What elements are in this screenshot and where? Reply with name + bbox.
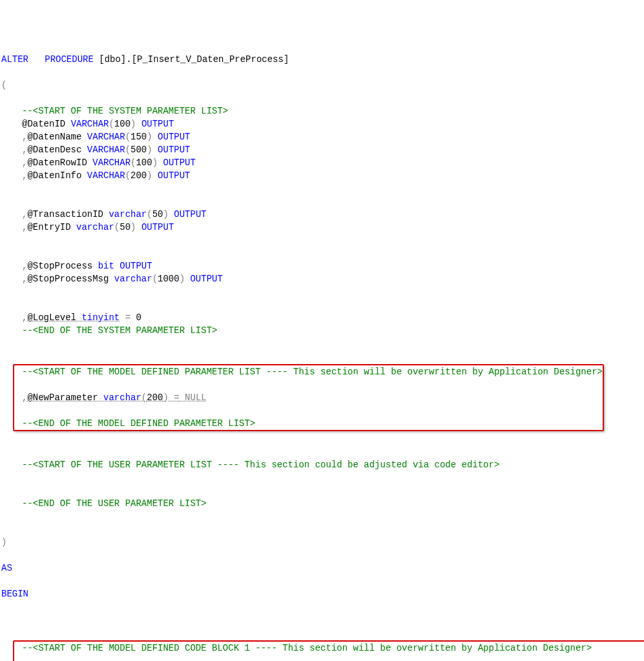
- param-name: @NewParameter: [27, 392, 103, 403]
- open-paren: (: [1, 80, 6, 90]
- blank-line: [1, 337, 644, 350]
- num: 100: [114, 119, 130, 129]
- code-line: --<START OF THE SYSTEM PARAMETER LIST>: [1, 105, 228, 117]
- code-line: ,@LogLevel tinyint = 0: [1, 311, 141, 324]
- keyword-procedure: PROCEDURE: [45, 54, 94, 65]
- comment: --<END OF THE SYSTEM PARAMETER LIST>: [22, 325, 217, 336]
- code-line: ,@TransactionID varchar(50) OUTPUT: [1, 208, 207, 221]
- code-line: ALTER PROCEDURE [dbo].[P_Insert_V_Daten_…: [1, 53, 644, 66]
- blank-line: [1, 471, 644, 484]
- code-line: @DatenID VARCHAR(100) OUTPUT: [1, 117, 174, 130]
- param-name: @LogLevel: [27, 312, 81, 323]
- type: VARCHAR: [71, 119, 109, 129]
- code-line: --<START OF THE USER PARAMETER LIST ----…: [1, 458, 499, 471]
- comment: --<END OF THE MODEL DEFINED PARAMETER LI…: [22, 418, 255, 429]
- blank-line: [1, 510, 644, 523]
- blank-line: [1, 182, 644, 195]
- comment: --<START OF THE MODEL DEFINED CODE BLOCK…: [22, 643, 592, 653]
- comment: --<START OF THE SYSTEM PARAMETER LIST>: [22, 106, 228, 116]
- type: VARCHAR: [87, 132, 125, 142]
- keyword-as: AS: [1, 563, 12, 573]
- blank-line: [1, 432, 644, 445]
- blank-line: [1, 613, 644, 626]
- code-line: ,@DatenInfo VARCHAR(200) OUTPUT: [1, 169, 191, 182]
- highlight-box-model-params: --<START OF THE MODEL DEFINED PARAMETER …: [13, 364, 604, 431]
- code-line: (: [1, 79, 644, 92]
- param-name: @DatenName: [27, 132, 87, 142]
- code-line: ,@StopProcessMsg varchar(1000) OUTPUT: [1, 272, 223, 285]
- param-name: @DatenID: [22, 119, 71, 129]
- output: OUTPUT: [141, 119, 174, 129]
- code-line: ,@DatenDesc VARCHAR(500) OUTPUT: [1, 143, 191, 156]
- code-line: --<END OF THE MODEL DEFINED PARAMETER LI…: [22, 417, 603, 430]
- proc-name: [dbo].[P_Insert_V_Daten_PreProcess]: [94, 54, 289, 65]
- code-line: ,@EntryID varchar(50) OUTPUT: [1, 221, 174, 234]
- comment: --<END OF THE USER PARAMETER LIST>: [22, 498, 207, 509]
- code-line: --<START OF THE MODEL DEFINED CODE BLOCK…: [22, 642, 644, 655]
- code-line: BEGIN: [1, 587, 644, 600]
- code-line: --<END OF THE USER PARAMETER LIST>: [1, 497, 207, 510]
- code-line: ,@NewParameter varchar(200) = NULL: [22, 391, 603, 404]
- code-line: ): [1, 536, 644, 549]
- blank-line: [1, 285, 644, 298]
- code-line: --<END OF THE SYSTEM PARAMETER LIST>: [1, 324, 217, 337]
- highlight-box-block1: --<START OF THE MODEL DEFINED CODE BLOCK…: [13, 640, 644, 661]
- code-line: ,@DatenName VARCHAR(150) OUTPUT: [1, 130, 191, 143]
- code-line: AS: [1, 562, 644, 575]
- comment: --<START OF THE USER PARAMETER LIST ----…: [22, 460, 499, 470]
- code-line: ,@StopProcess bit OUTPUT: [1, 259, 152, 272]
- keyword-alter: ALTER: [1, 54, 28, 65]
- comment: --<START OF THE MODEL DEFINED PARAMETER …: [22, 367, 603, 377]
- code-line: ,@DatenRowID VARCHAR(100) OUTPUT: [1, 156, 196, 169]
- close-paren: ): [1, 537, 6, 547]
- code-line: --<START OF THE MODEL DEFINED PARAMETER …: [22, 365, 603, 378]
- blank-line: [1, 234, 644, 247]
- keyword-begin: BEGIN: [1, 589, 28, 599]
